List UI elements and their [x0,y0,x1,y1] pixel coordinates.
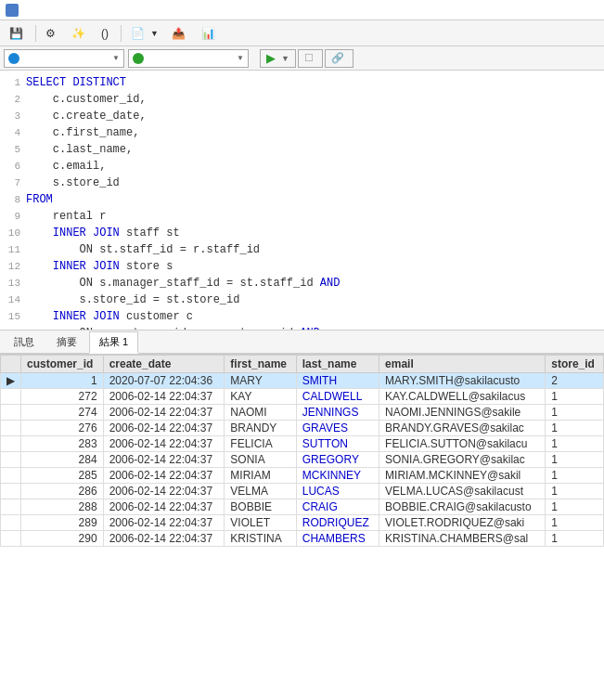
column-header[interactable]: create_date [103,356,225,373]
line-number: 14 [0,292,26,308]
cell-store_id: 1 [546,499,604,515]
column-header[interactable]: first_name [225,356,296,373]
build-chart-button[interactable]: 📊 [196,25,224,42]
cell-customer_id: 272 [21,389,104,405]
toolbar-sep-2 [121,25,122,42]
beautify-icon: ✨ [71,27,85,40]
row-indicator [1,515,21,531]
line-number: 13 [0,275,26,292]
sql-line: 14 s.store_id = st.store_id [0,292,604,308]
save-button[interactable]: 💾 [4,25,32,42]
text-button[interactable]: 📄 ▼ [125,25,164,42]
cell-create_date: 2020-07-07 22:04:36 [103,373,225,389]
cell-customer_id: 285 [21,468,104,484]
table-row[interactable]: 2722006-02-14 22:04:37KAYCALDWELLKAY.CAL… [1,389,604,405]
row-indicator [1,436,21,452]
tab-results[interactable]: 結果 1 [89,331,138,354]
table-row[interactable]: 2742006-02-14 22:04:37NAOMIJENNINGSNAOMI… [1,405,604,421]
sql-line: 2 c.customer_id, [0,91,604,108]
line-number: 3 [0,108,26,124]
sql-line: 8FROM [0,191,604,208]
export-icon: 📤 [172,27,186,40]
row-indicator [1,484,21,499]
table-row[interactable]: 2842006-02-14 22:04:37SONIAGREGORYSONIA.… [1,452,604,468]
cell-first_name: FELICIA [225,436,296,452]
schema-icon [133,53,144,64]
cell-store_id: 1 [546,389,604,405]
cell-first_name: KAY [225,389,296,405]
tab-messages[interactable]: 訊息 [4,331,45,353]
stop-button[interactable]: ☐ [298,49,323,68]
row-indicator [1,531,21,547]
run-dropdown-arrow: ▼ [281,54,289,63]
cell-email: VELMA.LUCAS@sakilacust [379,484,546,499]
column-header[interactable]: email [379,356,546,373]
column-header[interactable]: store_id [546,356,604,373]
column-header[interactable]: customer_id [21,356,104,373]
sql-editor[interactable]: 1SELECT DISTINCT2 c.customer_id,3 c.crea… [0,71,604,331]
cell-email: KAY.CALDWELL@sakilacus [379,389,546,405]
cell-first_name: NAOMI [225,405,296,421]
line-number: 2 [0,91,26,108]
cell-email: BRANDY.GRAVES@sakilac [379,421,546,436]
table-row[interactable]: 2832006-02-14 22:04:37FELICIASUTTONFELIC… [1,436,604,452]
cell-store_id: 1 [546,468,604,484]
cell-store_id: 1 [546,405,604,421]
line-content: FROM [26,191,53,208]
results-area[interactable]: customer_idcreate_datefirst_namelast_nam… [0,355,604,700]
table-row[interactable]: 2902006-02-14 22:04:37KRISTINACHAMBERSKR… [1,531,604,547]
table-header-row: customer_idcreate_datefirst_namelast_nam… [1,356,604,373]
results-table: customer_idcreate_datefirst_namelast_nam… [0,355,604,547]
line-content: INNER JOIN store s [26,258,173,275]
code-snippet-button[interactable]: () [96,25,117,42]
cell-store_id: 1 [546,452,604,468]
schema-select[interactable]: ▼ [128,49,249,68]
row-indicator [1,499,21,515]
beautify-sql-button[interactable]: ✨ [66,25,94,42]
row-indicator [1,421,21,436]
explain-button[interactable]: 🔗 [325,49,353,68]
cell-customer_id: 1 [21,373,104,389]
line-content: rental r [26,208,106,225]
sql-line: 6 c.email, [0,158,604,175]
cell-email: MIRIAM.MCKINNEY@sakil [379,468,546,484]
cell-store_id: 2 [546,373,604,389]
table-row[interactable]: 2852006-02-14 22:04:37MIRIAMMCKINNEYMIRI… [1,468,604,484]
run-button[interactable]: ▶ ▼ [260,49,296,68]
tab-bar: 訊息 摘要 結果 1 [0,331,604,355]
row-indicator [1,405,21,421]
sql-line: 13 ON s.manager_staff_id = st.staff_id A… [0,275,604,292]
table-row[interactable]: 2762006-02-14 22:04:37BRANDYGRAVESBRANDY… [1,421,604,436]
line-number: 12 [0,258,26,275]
cell-customer_id: 274 [21,405,104,421]
cell-first_name: MARY [225,373,296,389]
export-result-button[interactable]: 📤 [166,25,194,42]
cell-email: SONIA.GREGORY@sakilac [379,452,546,468]
cell-customer_id: 283 [21,436,104,452]
line-content: ON st.staff_id = r.staff_id [26,241,260,258]
cell-store_id: 1 [546,421,604,436]
table-row[interactable]: 2892006-02-14 22:04:37VIOLETRODRIQUEZVIO… [1,515,604,531]
sql-line: 11 ON st.staff_id = r.staff_id [0,241,604,258]
cell-customer_id: 290 [21,531,104,547]
table-row[interactable]: ▶12020-07-07 22:04:36MARYSMITHMARY.SMITH… [1,373,604,389]
column-header[interactable]: last_name [296,356,379,373]
table-row[interactable]: 2862006-02-14 22:04:37VELMALUCASVELMA.LU… [1,484,604,499]
cell-first_name: KRISTINA [225,531,296,547]
query-build-button[interactable]: ⚙ [40,25,64,42]
cell-last_name: GRAVES [296,421,379,436]
db-type-select[interactable]: ▼ [4,49,124,68]
cell-last_name: CALDWELL [296,389,379,405]
cell-last_name: SUTTON [296,436,379,452]
cell-last_name: MCKINNEY [296,468,379,484]
line-number: 6 [0,158,26,175]
cell-store_id: 1 [546,436,604,452]
run-icon: ▶ [266,51,276,65]
cell-last_name: CRAIG [296,499,379,515]
table-row[interactable]: 2882006-02-14 22:04:37BOBBIECRAIGBOBBIE.… [1,499,604,515]
line-number: 8 [0,191,26,208]
cell-create_date: 2006-02-14 22:04:37 [103,436,225,452]
tab-summary[interactable]: 摘要 [46,331,87,353]
line-number: 11 [0,241,26,258]
line-content: SELECT DISTINCT [26,74,126,91]
